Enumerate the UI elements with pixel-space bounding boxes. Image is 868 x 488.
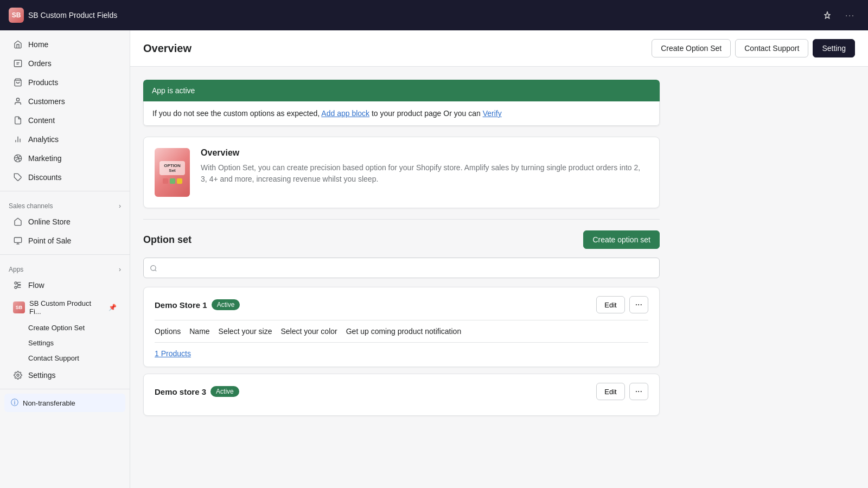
non-transferable-badge[interactable]: ⓘ Non-transferable xyxy=(4,394,125,412)
option-set-header: Option set Create option set xyxy=(143,230,660,249)
page-title: Overview xyxy=(143,42,192,55)
svg-point-16 xyxy=(151,266,156,271)
option-set-divider xyxy=(155,320,648,320)
svg-point-13 xyxy=(15,282,17,284)
setting-button[interactable]: Setting xyxy=(813,39,855,57)
app-title: SB Custom Product Fields xyxy=(28,11,117,20)
option-set-name-3: Demo store 3 Active xyxy=(155,386,239,397)
svg-rect-0 xyxy=(14,60,21,67)
header-actions: Create Option Set Contact Support Settin… xyxy=(652,39,855,57)
online-store-icon xyxy=(13,217,23,227)
page-header: Overview Create Option Set Contact Suppo… xyxy=(130,30,868,67)
sidebar-label-discounts: Discounts xyxy=(28,173,61,182)
sidebar-item-analytics[interactable]: Analytics xyxy=(4,130,125,149)
sidebar-sub-contact-support[interactable]: Contact Support xyxy=(4,351,125,365)
sidebar-sub-settings[interactable]: Settings xyxy=(4,336,125,350)
option-tag-color: Select your color xyxy=(280,327,337,336)
sidebar-label-orders: Orders xyxy=(28,59,52,68)
alert-middle-text: to your product page Or you can xyxy=(372,109,483,118)
sidebar-item-settings[interactable]: Settings xyxy=(4,366,125,384)
option-set-card-header: Demo Store 1 Active Edit ··· xyxy=(155,296,648,313)
sidebar-label-customers: Customers xyxy=(28,97,65,106)
sidebar-item-customers[interactable]: Customers xyxy=(4,92,125,111)
overview-card: OPTION Set Overview With Option Set, you… xyxy=(143,137,660,208)
apps-chevron: › xyxy=(119,266,121,273)
sidebar-label-products: Products xyxy=(28,78,58,87)
svg-point-15 xyxy=(17,374,19,376)
svg-line-17 xyxy=(155,270,157,272)
header-create-option-set-button[interactable]: Create Option Set xyxy=(652,39,731,57)
analytics-icon xyxy=(13,134,23,144)
sidebar-item-orders[interactable]: Orders xyxy=(4,54,125,73)
sidebar-item-point-of-sale[interactable]: Point of Sale xyxy=(4,232,125,250)
sales-channels-chevron: › xyxy=(119,202,121,210)
apps-label[interactable]: Apps › xyxy=(0,259,130,275)
sidebar-label-analytics: Analytics xyxy=(28,135,59,144)
info-icon: ⓘ xyxy=(11,398,18,408)
edit-button-3[interactable]: Edit xyxy=(596,383,624,400)
alert-message-text: If you do not see the custom options as … xyxy=(152,109,320,118)
overview-description: With Option Set, you can create precisio… xyxy=(201,162,648,185)
more-button-3[interactable]: ··· xyxy=(629,383,648,400)
sidebar-item-sb-app[interactable]: SB SB Custom Product Fi... 📌 xyxy=(4,295,125,320)
sb-app-name: SB Custom Product Fi... xyxy=(29,299,104,316)
option-set-footer-divider xyxy=(155,342,648,343)
flow-icon xyxy=(13,280,23,290)
content-area: App is active If you do not see the cust… xyxy=(130,67,673,435)
svg-point-4 xyxy=(16,98,19,101)
option-set-footer: 1 Products xyxy=(155,349,648,358)
sales-channels-label[interactable]: Sales channels › xyxy=(0,196,130,212)
orders-icon xyxy=(13,59,23,68)
sidebar-item-marketing[interactable]: Marketing xyxy=(4,149,125,168)
main-content: Overview Create Option Set Contact Suppo… xyxy=(130,30,868,488)
home-icon xyxy=(13,40,23,49)
app-icon: SB xyxy=(9,8,24,23)
top-bar: SB SB Custom Product Fields ··· xyxy=(0,0,868,30)
app-active-title: App is active xyxy=(143,80,660,101)
option-set-card-header-3: Demo store 3 Active Edit ··· xyxy=(155,383,648,400)
create-option-set-button[interactable]: Create option set xyxy=(583,230,660,249)
settings-icon xyxy=(13,370,23,380)
sidebar-label-home: Home xyxy=(28,40,48,49)
app-active-message: If you do not see the custom options as … xyxy=(143,101,660,126)
sidebar-label-point-of-sale: Point of Sale xyxy=(28,236,71,245)
option-set-name: Demo Store 1 Active xyxy=(155,299,240,310)
option-set-options: Options Name Select your size Select you… xyxy=(155,327,648,336)
edit-button-1[interactable]: Edit xyxy=(596,296,624,313)
verify-link[interactable]: Verify xyxy=(483,109,502,118)
sidebar-label-settings: Settings xyxy=(28,371,56,380)
products-link-1[interactable]: 1 Products xyxy=(155,349,191,358)
sidebar-sub-create-option-set[interactable]: Create Option Set xyxy=(4,320,125,335)
more-icon[interactable]: ··· xyxy=(841,9,859,22)
option-set-actions: Edit ··· xyxy=(596,296,648,313)
non-transferable-label: Non-transferable xyxy=(23,399,75,407)
sb-pin-icon: 📌 xyxy=(108,304,117,311)
sb-app-icon: SB xyxy=(13,301,25,313)
search-icon xyxy=(150,264,157,272)
option-set-card-demo-store-1: Demo Store 1 Active Edit ··· Options Nam… xyxy=(143,287,660,367)
sidebar-item-online-store[interactable]: Online Store xyxy=(4,213,125,231)
sidebar-label-flow: Flow xyxy=(28,281,44,290)
more-button-1[interactable]: ··· xyxy=(629,296,648,313)
pin-icon[interactable] xyxy=(818,8,837,23)
sidebar-item-home[interactable]: Home xyxy=(4,35,125,54)
overview-text: Overview With Option Set, you can create… xyxy=(201,148,648,197)
sidebar-item-discounts[interactable]: Discounts xyxy=(4,168,125,187)
option-set-card-demo-store-3: Demo store 3 Active Edit ··· xyxy=(143,374,660,416)
option-tag-name: Name xyxy=(189,327,209,336)
option-tag-size: Select your size xyxy=(219,327,272,336)
sidebar-label-online-store: Online Store xyxy=(28,217,71,226)
section-divider xyxy=(143,219,660,220)
marketing-icon xyxy=(13,153,23,163)
status-badge-active: Active xyxy=(212,299,240,310)
option-tag-options: Options xyxy=(155,327,181,336)
app-active-banner: App is active If you do not see the cust… xyxy=(143,80,660,126)
sidebar-item-content[interactable]: Content xyxy=(4,111,125,130)
discounts-icon xyxy=(13,172,23,182)
add-app-block-link[interactable]: Add app block xyxy=(321,109,369,118)
search-input[interactable] xyxy=(143,258,660,278)
sidebar-item-products[interactable]: Products xyxy=(4,73,125,92)
search-wrapper xyxy=(143,258,660,278)
contact-support-button[interactable]: Contact Support xyxy=(735,39,808,57)
sidebar-item-flow[interactable]: Flow xyxy=(4,276,125,294)
